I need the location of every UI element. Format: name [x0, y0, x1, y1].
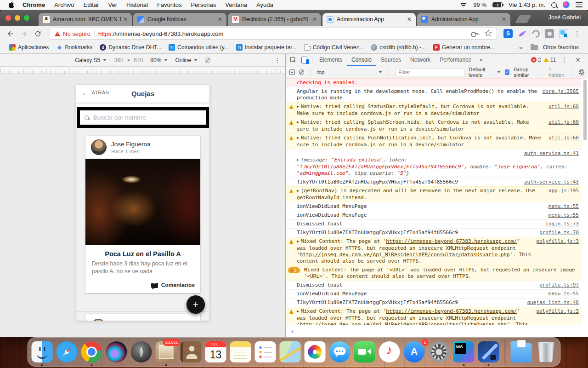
menu-item-personas[interactable]: Personas: [186, 1, 220, 8]
bookmark-item[interactable]: FGenerar un nombre...: [430, 44, 498, 51]
tab-close-icon[interactable]: ✕: [312, 16, 317, 23]
dock-icon-app-store[interactable]: 1: [404, 341, 425, 362]
menu-item-favoritos[interactable]: Favoritos: [153, 1, 186, 8]
dock-icon-trash[interactable]: [536, 341, 557, 362]
console-sidebar-icon[interactable]: ▶: [289, 69, 295, 75]
reload-button[interactable]: [32, 28, 43, 39]
menu-item-historial[interactable]: Historial: [122, 1, 153, 8]
device-select[interactable]: Galaxy S5: [75, 57, 107, 63]
window-close-button[interactable]: [6, 15, 11, 21]
menu-item-archivo[interactable]: Archivo: [50, 1, 79, 8]
console-url-link[interactable]: http://joseg-dev.com.ve/Api_MiResidenciA…: [300, 322, 507, 325]
browser-tab[interactable]: Administracion App✕: [322, 13, 416, 26]
console-source-link[interactable]: auth-service.ts:43: [524, 179, 579, 185]
expand-icon[interactable]: ▶: [297, 238, 299, 245]
console-source-link[interactable]: menu.ts:55: [548, 203, 579, 210]
back-link[interactable]: ← ATRÁS: [82, 90, 109, 95]
add-complaint-fab[interactable]: +: [187, 295, 205, 314]
spotlight-search-icon[interactable]: [551, 2, 557, 8]
inspect-element-icon[interactable]: [288, 55, 299, 65]
dock-icon-webstorm[interactable]: WS: [453, 341, 475, 362]
expand-icon[interactable]: ▶: [297, 104, 299, 110]
complaint-card[interactable]: Jose Figueroa: [85, 314, 200, 321]
menu-item-editar[interactable]: Editar: [79, 1, 103, 8]
execution-context-select[interactable]: top: [317, 69, 382, 75]
console-source-link[interactable]: menu.ts:55: [548, 291, 579, 297]
search-input[interactable]: [93, 114, 201, 121]
repeat-count-badge[interactable]: ▶5: [288, 267, 300, 273]
clear-console-icon[interactable]: [299, 69, 304, 75]
dock-icon-photos[interactable]: [305, 341, 326, 362]
back-button[interactable]: [5, 28, 16, 39]
viewport-width[interactable]: 360: [114, 57, 123, 63]
tab-close-icon[interactable]: ✕: [502, 16, 506, 23]
console-url-link[interactable]: https://immense-beyond-67383.herokuapp.c…: [386, 238, 517, 244]
dock-icon-maps[interactable]: [280, 341, 301, 362]
more-panels-icon[interactable]: »: [476, 57, 486, 63]
siri-icon[interactable]: [563, 1, 570, 8]
dock-icon-contacts[interactable]: [181, 341, 202, 362]
not-secure-label[interactable]: No seguro: [63, 30, 90, 37]
bookmark-item[interactable]: T!Comandos utiles (y...: [165, 44, 232, 51]
dock-icon-xcode[interactable]: [478, 341, 499, 362]
network-throttle-select[interactable]: Online: [175, 57, 198, 63]
group-similar-checkbox[interactable]: ✓: [505, 69, 509, 75]
dock-icon-launchpad[interactable]: [131, 341, 152, 362]
dock-icon-system-preferences[interactable]: [429, 341, 450, 362]
notification-center-icon[interactable]: [576, 2, 582, 7]
expand-icon[interactable]: ▶: [297, 308, 299, 315]
error-count-badge[interactable]: ✕ 2: [531, 57, 541, 63]
bookmark-item[interactable]: Código Civil Venez...: [300, 44, 368, 51]
bookmark-item[interactable]: cstdlib (stdlib.h) -...: [367, 44, 430, 51]
menu-item-ventana[interactable]: Ventana: [220, 1, 252, 8]
console-source-link[interactable]: util.js:60: [548, 135, 579, 141]
browser-tab[interactable]: Recibidos (2.355) - gxbo20✕: [228, 13, 321, 26]
bookmarks-overflow-icon[interactable]: »: [514, 44, 527, 51]
browser-tab[interactable]: Google Noticias✕: [133, 13, 226, 26]
console-source-link[interactable]: util.js:60: [548, 119, 579, 126]
other-bookmarks-folder[interactable]: Otros favoritos: [527, 44, 582, 51]
extension-feather-icon[interactable]: [518, 29, 527, 38]
devtools-tab-performance[interactable]: Performance: [435, 54, 476, 66]
bookmark-item[interactable]: dDynamic Drive DHT...: [96, 44, 165, 51]
dock-icon-safari[interactable]: [57, 341, 78, 362]
console-settings-gear-icon[interactable]: [579, 69, 584, 75]
devtools-tab-sources[interactable]: Sources: [376, 54, 406, 66]
menu-item-ver[interactable]: Ver: [103, 1, 122, 8]
devtools-close-icon[interactable]: ✕: [572, 56, 583, 63]
dock-icon-messages[interactable]: [329, 341, 351, 362]
address-bar[interactable]: No seguro https ://immense-beyond-67383.…: [50, 28, 497, 40]
bookmark-star-icon[interactable]: [485, 29, 492, 38]
chrome-menu-icon[interactable]: ⋮: [571, 29, 583, 38]
expand-icon[interactable]: ▶: [297, 119, 299, 126]
dock-icon-finder[interactable]: [32, 341, 53, 362]
forward-button[interactable]: [18, 28, 29, 39]
expand-icon[interactable]: ▶: [297, 188, 299, 194]
devtools-menu-icon[interactable]: ⋮: [558, 56, 570, 63]
dock-icon-mail[interactable]: 23,551: [156, 341, 177, 362]
browser-tab[interactable]: Amazon.com: XPC OMEN 15✕: [39, 13, 132, 26]
extension-arc-icon[interactable]: [530, 28, 541, 39]
expand-icon[interactable]: ▶: [297, 157, 299, 163]
complaint-card[interactable]: Jose Figueroa Hace 1 mes Poca Luz en el …: [85, 136, 200, 293]
not-secure-warning-icon[interactable]: [55, 31, 60, 36]
tab-close-icon[interactable]: ✕: [123, 16, 128, 23]
menu-item-chrome[interactable]: Chrome: [18, 1, 50, 8]
tab-close-icon[interactable]: ✕: [407, 16, 412, 23]
console-source-link[interactable]: polyfills.js:3: [536, 308, 579, 315]
browser-tab[interactable]: Administracion App✕: [417, 13, 510, 26]
console-filter-input[interactable]: [396, 68, 464, 76]
bookmark-item[interactable]: T!Instalar paquete tar...: [232, 44, 300, 51]
battery-icon[interactable]: [492, 2, 503, 7]
console-source-link[interactable]: auth-service.ts:41: [297, 150, 579, 157]
menu-item-ayuda[interactable]: Ayuda: [252, 1, 278, 8]
extension-window-icon[interactable]: [559, 29, 568, 38]
console-source-link[interactable]: profile.ts:70: [539, 230, 579, 236]
menu-bar-clock[interactable]: Vie 1:43 p. m.: [509, 1, 545, 8]
dock-icon-facetime[interactable]: [354, 341, 375, 362]
log-levels-select[interactable]: Default levels: [469, 67, 501, 78]
password-key-icon[interactable]: [471, 32, 478, 35]
new-tab-button[interactable]: [515, 15, 531, 23]
bookmark-item[interactable]: Aplicaciones: [6, 44, 52, 51]
dock-icon-chrome[interactable]: [81, 341, 102, 362]
